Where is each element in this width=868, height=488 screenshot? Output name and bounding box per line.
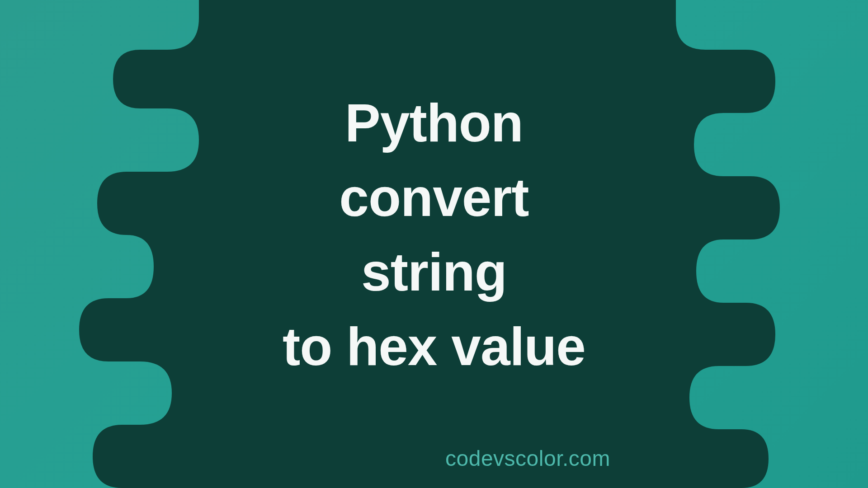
title-line-4: to hex value: [283, 310, 585, 384]
title-line-3: string: [283, 235, 585, 310]
title-line-2: convert: [283, 160, 585, 235]
watermark-text: codevscolor.com: [445, 446, 610, 471]
title-line-1: Python: [283, 86, 585, 160]
banner-container: Python convert string to hex value codev…: [0, 0, 868, 488]
title-block: Python convert string to hex value: [283, 86, 585, 385]
